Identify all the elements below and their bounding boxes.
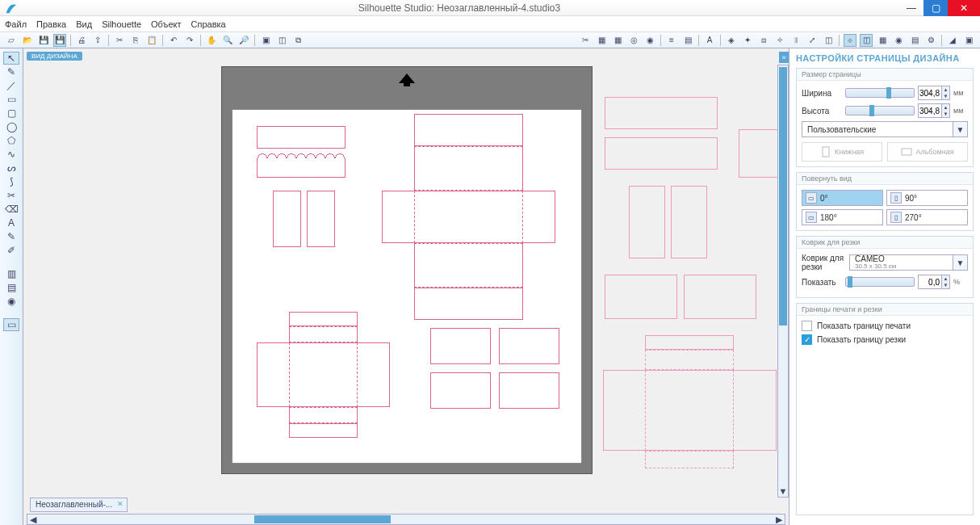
paste-icon[interactable]: 📋 <box>145 34 158 47</box>
preferences-icon[interactable]: ⚙ <box>924 34 937 47</box>
rectangle-tool-icon[interactable]: ▭ <box>3 93 19 106</box>
menu-file[interactable]: Файл <box>5 19 27 29</box>
height-slider[interactable] <box>845 106 915 116</box>
width-value[interactable] <box>919 89 941 98</box>
menu-object[interactable]: Объект <box>151 19 181 29</box>
design-view-icon[interactable]: ▭ <box>3 318 19 331</box>
shape-fold[interactable] <box>289 342 358 407</box>
show-print-border-checkbox[interactable]: Показать границу печати <box>802 321 968 331</box>
rounded-rect-tool-icon[interactable]: ▢ <box>3 107 19 120</box>
scroll-left-icon[interactable]: ◀ <box>27 514 39 524</box>
rotate-0-button[interactable]: ▭0° <box>802 190 883 206</box>
registration-icon[interactable]: ◎ <box>627 34 640 47</box>
line-tool-icon[interactable]: ／ <box>3 79 19 92</box>
height-input[interactable]: ▲▼ <box>918 103 950 118</box>
send-silhouette-icon[interactable]: ◉ <box>3 295 19 308</box>
pan-icon[interactable]: ✋ <box>205 34 218 47</box>
shape-rect[interactable] <box>257 126 346 149</box>
offpage-shape[interactable] <box>684 275 756 319</box>
document-tab[interactable]: Неозаглавленный-... ✕ <box>30 498 128 512</box>
offpage-shape[interactable] <box>739 129 779 178</box>
curve-tool-icon[interactable]: ∿ <box>3 148 19 161</box>
show-slider[interactable] <box>845 277 915 287</box>
eraser-tool-icon[interactable]: ⌫ <box>3 203 19 216</box>
shape-rect[interactable] <box>499 372 559 409</box>
show-value[interactable] <box>919 278 941 287</box>
shape-flap[interactable] <box>289 312 358 326</box>
shape-rect[interactable] <box>499 328 559 364</box>
freehand-tool-icon[interactable]: ᔕ <box>3 162 19 174</box>
page-settings-icon[interactable]: ▦ <box>595 34 608 47</box>
draw-note-tool-icon[interactable]: ✎ <box>3 230 19 243</box>
offpage-shape[interactable] <box>605 97 718 129</box>
zoom-in-icon[interactable]: 🔍 <box>221 34 234 47</box>
scroll-right-icon[interactable]: ▶ <box>773 514 785 524</box>
trace-icon[interactable]: ✦ <box>741 34 754 47</box>
offpage-shape[interactable] <box>645 451 734 468</box>
shape-scallop-rect[interactable] <box>273 191 301 247</box>
close-tab-icon[interactable]: ✕ <box>117 500 124 508</box>
fit-selection-icon[interactable]: ◫ <box>275 34 288 47</box>
save-icon[interactable]: 💾 <box>37 34 50 47</box>
offset-icon[interactable]: ◈ <box>725 34 738 47</box>
spin-up-icon[interactable]: ▲ <box>942 104 949 111</box>
width-input[interactable]: ▲▼ <box>918 86 950 100</box>
offpage-shape[interactable] <box>645 370 734 451</box>
horizontal-scrollbar[interactable]: ◀ ▶ <box>27 514 785 525</box>
modify-icon[interactable]: ✧ <box>773 34 786 47</box>
shape-box-panel[interactable] <box>414 146 523 191</box>
offpage-shape[interactable] <box>629 186 665 258</box>
offpage-shape[interactable] <box>605 137 718 170</box>
spin-down-icon[interactable]: ▼ <box>942 282 949 288</box>
scale-icon[interactable]: ⤢ <box>806 34 819 47</box>
new-file-icon[interactable]: ▱ <box>5 34 18 47</box>
open-file-icon[interactable]: 📂 <box>21 34 34 47</box>
vertical-scrollbar[interactable]: ▲ ▼ <box>777 65 789 498</box>
orientation-portrait[interactable]: Книжная <box>802 142 882 162</box>
scroll-thumb[interactable] <box>254 515 391 523</box>
layers-icon[interactable]: ▤ <box>908 34 921 47</box>
rotate-180-button[interactable]: ▭180° <box>802 209 883 225</box>
menu-help[interactable]: Справка <box>191 19 226 29</box>
page-preset-dropdown[interactable]: Пользовательские ▼ <box>802 121 968 137</box>
show-input[interactable]: ▲▼ <box>918 275 950 289</box>
pixscan-icon[interactable]: ◉ <box>643 34 656 47</box>
cut-settings-icon[interactable]: ✂ <box>579 34 592 47</box>
orientation-landscape[interactable]: Альбомная <box>887 142 968 162</box>
send-icon[interactable]: ⇪ <box>91 34 104 47</box>
copy-icon[interactable]: ⎘ <box>129 34 142 47</box>
menu-silhouette[interactable]: Silhouette <box>102 19 141 29</box>
menu-edit[interactable]: Правка <box>36 19 66 29</box>
print-icon[interactable]: 🖨 <box>75 34 88 47</box>
edit-points-tool-icon[interactable]: ✎ <box>3 65 19 78</box>
spin-down-icon[interactable]: ▼ <box>942 111 949 117</box>
fill-color-icon[interactable]: ◢ <box>946 34 959 47</box>
shape-flap[interactable] <box>289 423 358 438</box>
width-slider[interactable] <box>845 88 915 98</box>
knife-tool-icon[interactable]: ✂ <box>3 189 19 202</box>
shape-scallop-rect[interactable] <box>307 191 335 247</box>
show-cut-border-checkbox[interactable]: ✓ Показать границу резки <box>802 334 968 345</box>
canvas-viewport[interactable] <box>23 48 789 525</box>
menu-view[interactable]: Вид <box>76 19 92 29</box>
rotate-90-button[interactable]: ▯90° <box>886 190 968 206</box>
shape-fold[interactable] <box>289 407 358 423</box>
library-icon[interactable]: ▥ <box>3 267 19 280</box>
offpage-shape[interactable] <box>645 335 734 350</box>
sketch-icon[interactable]: ▦ <box>876 34 889 47</box>
scroll-thumb[interactable] <box>779 67 787 326</box>
align-icon[interactable]: ⫴ <box>789 34 802 47</box>
offpage-shape[interactable] <box>605 275 677 319</box>
spin-down-icon[interactable]: ▼ <box>942 93 949 99</box>
replicate-icon[interactable]: ⧈ <box>757 34 770 47</box>
spin-up-icon[interactable]: ▲ <box>942 275 949 282</box>
eyedropper-tool-icon[interactable]: ✐ <box>3 244 19 257</box>
shape-rect[interactable] <box>430 372 491 409</box>
knife-icon[interactable]: ⟐ <box>844 34 856 47</box>
zoom-drag-icon[interactable]: ⧉ <box>291 34 304 47</box>
shape-rect[interactable] <box>430 328 491 364</box>
arc-tool-icon[interactable]: ⟆ <box>3 175 19 188</box>
fill-style-icon[interactable]: ▤ <box>681 34 694 47</box>
shape-scallop[interactable] <box>257 158 346 178</box>
grid-icon[interactable]: ▦ <box>611 34 624 47</box>
